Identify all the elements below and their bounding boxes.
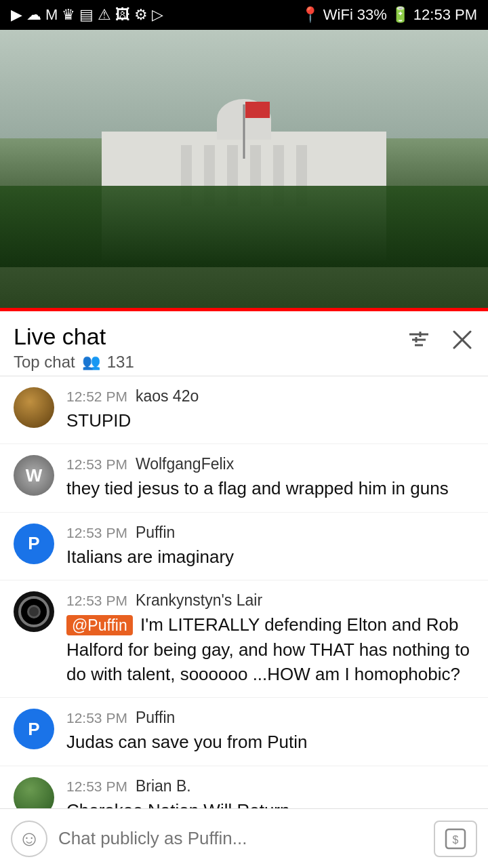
message-author: Krankynstyn's Lair <box>136 591 262 610</box>
battery-pct: 33% <box>357 6 387 24</box>
message-author: kaos 42o <box>136 387 199 406</box>
send-button[interactable]: $ <box>434 821 477 857</box>
message-content: 12:53 PM Puffin Judas can save you from … <box>66 709 308 754</box>
shield-icon: ⚙ <box>134 6 148 24</box>
avatar <box>14 591 54 632</box>
chat-message: 12:53 PM Krankynstyn's Lair @Puffin I'm … <box>0 580 488 698</box>
message-meta: 12:53 PM WolfgangFelix <box>66 455 449 473</box>
message-content: 12:53 PM WolfgangFelix they tied jesus t… <box>66 455 449 500</box>
message-author: Puffin <box>136 524 175 542</box>
message-text: @Puffin I'm LITERALLY defending Elton an… <box>66 612 474 686</box>
chat-sub-info: Top chat 👥 131 <box>14 353 134 372</box>
kranky-avatar-center <box>27 605 41 618</box>
message-time: 12:53 PM <box>66 525 127 541</box>
chat-message: P 12:53 PM Puffin Italians are imaginary <box>0 513 488 580</box>
message-time: 12:53 PM <box>66 456 127 473</box>
live-chat-title: Live chat <box>14 323 134 350</box>
message-meta: 12:52 PM kaos 42o <box>66 387 199 406</box>
message-author: Puffin <box>136 709 175 727</box>
message-meta: 12:53 PM Puffin <box>66 524 234 542</box>
video-thumbnail[interactable] <box>0 30 488 308</box>
chat-message: 12:52 PM kaos 42o STUPID <box>0 376 488 444</box>
message-time: 12:52 PM <box>66 389 127 405</box>
avatar: P <box>14 709 54 749</box>
avatar: P <box>14 524 54 564</box>
svg-text:$: $ <box>453 834 459 846</box>
play2-icon: ▷ <box>152 6 163 24</box>
chat-header-left: Live chat Top chat 👥 131 <box>14 323 134 372</box>
folder-icon: ▤ <box>79 6 94 24</box>
chat-header: Live chat Top chat 👥 131 <box>0 311 488 376</box>
message-text: STUPID <box>66 408 199 433</box>
avatar: W <box>14 455 54 496</box>
send-icon: $ <box>443 827 468 851</box>
kranky-avatar-inner <box>18 596 49 627</box>
chat-header-actions <box>407 328 474 352</box>
top-chat-label[interactable]: Top chat <box>14 353 75 372</box>
mention-tag: @Puffin <box>66 615 133 635</box>
message-text: Judas can save you from Putin <box>66 730 308 754</box>
filter-button[interactable] <box>407 328 431 352</box>
location-icon: 📍 <box>301 6 319 24</box>
status-bar: ▶ ☁ M ♛ ▤ ⚠ 🖼 ⚙ ▷ 📍 WiFi 33% 🔋 12:53 PM <box>0 0 488 30</box>
filter-icon <box>407 328 431 352</box>
message-time: 12:53 PM <box>66 778 127 795</box>
play-icon: ▶ <box>11 6 22 24</box>
mastodon-icon: M <box>45 6 58 24</box>
avatar <box>14 387 54 428</box>
cloud-icon: ☁ <box>26 6 41 24</box>
image-icon: 🖼 <box>115 6 130 24</box>
chat-messages-list: 12:52 PM kaos 42o STUPID W 12:53 PM Wolf… <box>0 376 488 868</box>
message-time: 12:53 PM <box>66 593 127 609</box>
clock: 12:53 PM <box>413 6 477 24</box>
close-icon <box>450 328 474 352</box>
viewer-count: 131 <box>107 353 134 372</box>
viewer-icon: 👥 <box>82 353 100 371</box>
message-author: WolfgangFelix <box>136 455 234 473</box>
chat-message: W 12:53 PM WolfgangFelix they tied jesus… <box>0 444 488 512</box>
message-meta: 12:53 PM Brian B. <box>66 777 289 795</box>
chat-input[interactable] <box>58 828 423 849</box>
warning-icon: ⚠ <box>98 6 111 24</box>
message-content: 12:53 PM Krankynstyn's Lair @Puffin I'm … <box>66 591 474 686</box>
close-button[interactable] <box>450 328 474 352</box>
emoji-button[interactable]: ☺ <box>11 821 47 857</box>
chat-message: P 12:53 PM Puffin Judas can save you fro… <box>0 698 488 766</box>
message-content: 12:52 PM kaos 42o STUPID <box>66 387 199 433</box>
message-text: they tied jesus to a flag and wrapped hi… <box>66 476 449 500</box>
message-time: 12:53 PM <box>66 710 127 726</box>
message-meta: 12:53 PM Puffin <box>66 709 308 727</box>
chat-input-bar: ☺ $ <box>0 808 488 868</box>
status-right-info: 📍 WiFi 33% 🔋 12:53 PM <box>301 6 477 24</box>
status-left-icons: ▶ ☁ M ♛ ▤ ⚠ 🖼 ⚙ ▷ <box>11 6 163 24</box>
message-content: 12:53 PM Puffin Italians are imaginary <box>66 524 234 569</box>
battery-icon: 🔋 <box>391 6 409 24</box>
wifi-icon: WiFi <box>323 6 353 24</box>
message-author: Brian B. <box>136 777 191 795</box>
crown-icon: ♛ <box>62 6 75 24</box>
message-meta: 12:53 PM Krankynstyn's Lair <box>66 591 474 610</box>
message-text: Italians are imaginary <box>66 545 234 569</box>
